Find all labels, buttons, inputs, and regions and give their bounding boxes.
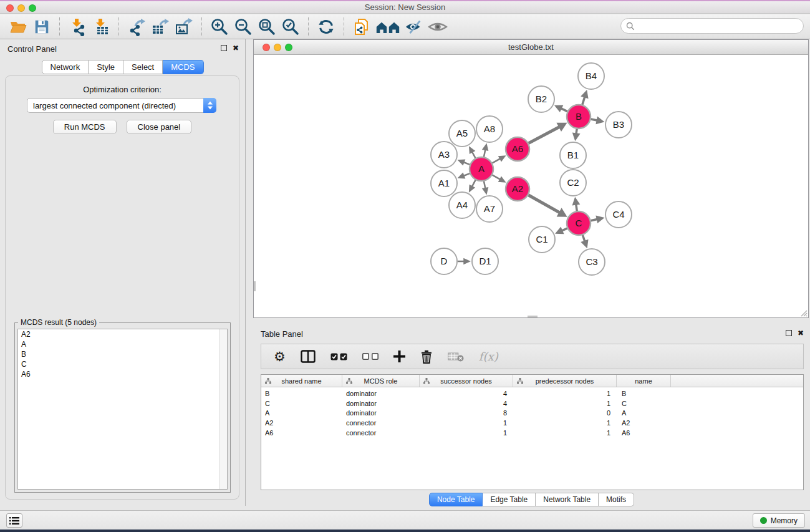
table-cell[interactable]: dominator: [342, 399, 420, 409]
table-cell[interactable]: C: [617, 399, 671, 409]
table-cell[interactable]: connector: [342, 418, 420, 428]
table-cell[interactable]: 1: [420, 428, 513, 438]
show-column-icon[interactable]: [301, 350, 316, 363]
table-cell[interactable]: 4: [420, 399, 513, 409]
close-panel-icon[interactable]: ✖: [798, 330, 804, 336]
mcds-tab-content: Optimization criterion: largest connecte…: [5, 75, 239, 500]
tab-network-table[interactable]: Network Table: [536, 493, 599, 506]
graph-edge-B-B4[interactable]: [582, 97, 585, 105]
column-header-predecessor-nodes[interactable]: predecessor nodes: [513, 375, 617, 387]
network-window-titlebar[interactable]: testGlobe.txt: [254, 40, 808, 55]
task-history-button[interactable]: [6, 513, 22, 528]
column-header-successor-nodes[interactable]: successor nodes: [420, 375, 513, 387]
table-cell[interactable]: C: [261, 399, 342, 409]
export-table-button[interactable]: [148, 16, 172, 37]
table-cell[interactable]: A: [617, 408, 671, 418]
mcds-result-item[interactable]: C: [18, 359, 227, 369]
table-row[interactable]: A2connector11A2: [261, 418, 803, 428]
delete-column-trash-icon[interactable]: [420, 350, 433, 364]
network-canvas[interactable]: B4B2BB3A8A5A6A3B1AA1C2A2A4A7C4CC1DD1C3: [254, 56, 808, 317]
table-cell[interactable]: A6: [261, 428, 342, 438]
graph-edge-A-A6[interactable]: [493, 158, 501, 163]
refresh-view-button[interactable]: [314, 16, 338, 37]
tab-edge-table[interactable]: Edge Table: [483, 493, 536, 506]
table-row[interactable]: Adominator80A: [261, 408, 803, 418]
float-panel-icon[interactable]: [221, 45, 227, 51]
table-cell[interactable]: A6: [617, 428, 671, 438]
table-cell[interactable]: A: [261, 408, 342, 418]
export-image-button[interactable]: [172, 16, 196, 37]
add-column-icon[interactable]: [393, 351, 405, 362]
graph-edge-A6-B[interactable]: [529, 127, 560, 143]
tab-node-table[interactable]: Node Table: [429, 493, 483, 506]
zoom-fit-button[interactable]: [255, 16, 279, 37]
tab-select[interactable]: Select: [123, 60, 163, 74]
close-panel-icon[interactable]: ✖: [233, 45, 239, 51]
open-session-button[interactable]: [6, 16, 30, 37]
table-cell[interactable]: 8: [420, 408, 513, 418]
search-input[interactable]: [637, 20, 803, 32]
deselect-all-icon[interactable]: [362, 353, 378, 360]
hide-selected-button[interactable]: [402, 16, 426, 37]
table-cell[interactable]: 1: [513, 389, 617, 399]
select-all-icon[interactable]: [330, 353, 347, 360]
tab-style[interactable]: Style: [89, 60, 123, 74]
horizontal-scroll-indicator[interactable]: [528, 316, 538, 317]
table-cell[interactable]: 1: [513, 399, 617, 409]
tab-mcds[interactable]: MCDS: [163, 60, 203, 74]
select-stepper[interactable]: [203, 98, 216, 113]
column-header-shared-name[interactable]: shared name: [261, 375, 342, 387]
tab-motifs[interactable]: Motifs: [599, 493, 634, 506]
table-cell[interactable]: connector: [342, 428, 420, 438]
table-cell[interactable]: B: [617, 389, 671, 399]
table-cell[interactable]: 1: [513, 428, 617, 438]
table-cell[interactable]: 1: [420, 418, 513, 428]
zoom-selected-button[interactable]: [279, 16, 302, 37]
show-all-button[interactable]: [426, 16, 450, 37]
float-panel-icon[interactable]: [786, 330, 792, 336]
memory-button[interactable]: Memory: [753, 513, 805, 528]
resize-grip-icon[interactable]: [799, 308, 808, 317]
function-builder-button[interactable]: f(x): [479, 350, 498, 363]
mcds-result-item[interactable]: A2: [18, 329, 227, 339]
vertical-scroll-indicator[interactable]: [254, 281, 256, 291]
graph-edge-A2-C[interactable]: [528, 195, 560, 213]
table-cell[interactable]: 4: [420, 389, 513, 399]
delete-table-icon[interactable]: [448, 352, 464, 362]
mcds-result-group: MCDS result (5 nodes) A2ABCA6: [14, 322, 231, 493]
graph-node-label: B3: [613, 119, 624, 130]
table-cell[interactable]: 0: [513, 408, 617, 418]
list-scrollbar[interactable]: [219, 329, 227, 489]
export-network-button[interactable]: [125, 16, 148, 37]
table-row[interactable]: Bdominator41B: [261, 389, 803, 399]
table-row[interactable]: A6connector11A6: [261, 428, 803, 438]
network-view-window: testGlobe.txt B4B2BB3A8A5A6A3B1AA1C2A2A4…: [253, 39, 809, 318]
table-options-gear-icon[interactable]: ⚙: [274, 351, 286, 363]
table-cell[interactable]: dominator: [342, 389, 420, 399]
mcds-result-item[interactable]: B: [18, 349, 227, 359]
tab-network[interactable]: Network: [41, 60, 89, 74]
duplicate-network-button[interactable]: [350, 16, 374, 37]
mcds-result-item[interactable]: A6: [18, 369, 227, 379]
zoom-in-button[interactable]: [208, 16, 231, 37]
table-row[interactable]: Cdominator41C: [261, 399, 803, 409]
run-mcds-button[interactable]: Run MCDS: [53, 120, 117, 134]
mcds-result-item[interactable]: A: [18, 339, 227, 349]
application-window: Session: New Session: [0, 0, 810, 532]
graph-edge-A-A2[interactable]: [493, 175, 501, 180]
home-views-button[interactable]: [374, 16, 402, 37]
table-cell[interactable]: A2: [261, 418, 342, 428]
table-cell[interactable]: dominator: [342, 408, 420, 418]
save-session-button[interactable]: [30, 16, 54, 37]
column-header-name[interactable]: name: [617, 375, 671, 387]
mcds-result-list[interactable]: A2ABCA6: [17, 329, 228, 490]
import-network-button[interactable]: [65, 16, 89, 37]
table-cell[interactable]: 1: [513, 418, 617, 428]
optimization-criterion-select[interactable]: largest connected component (directed): [27, 98, 216, 113]
zoom-out-button[interactable]: [231, 16, 255, 37]
close-panel-button[interactable]: Close panel: [127, 120, 192, 134]
table-cell[interactable]: B: [261, 389, 342, 399]
column-header-MCDS-role[interactable]: MCDS role: [342, 375, 420, 387]
table-cell[interactable]: A2: [617, 418, 671, 428]
import-table-button[interactable]: [89, 16, 113, 37]
